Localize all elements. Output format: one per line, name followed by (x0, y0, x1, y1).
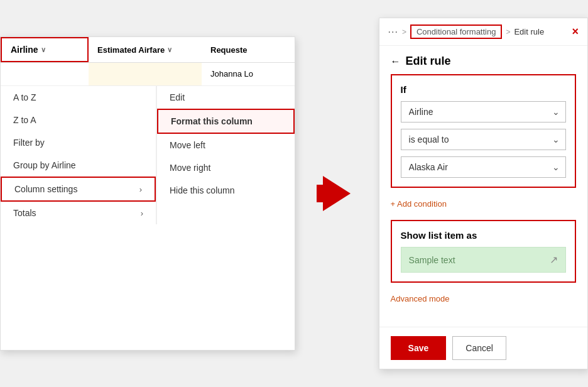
right-column-menu: Edit Format this column Move left Move r… (156, 86, 295, 224)
save-button[interactable]: Save (391, 336, 447, 360)
if-label: If (401, 84, 566, 95)
menu-item-column-settings[interactable]: Column settings › (1, 177, 156, 202)
airfare-chevron-icon: ∨ (167, 46, 172, 54)
right-arrow-icon (323, 176, 351, 211)
submenu-label-format-column: Format this column (171, 116, 253, 126)
edit-rule-panel: ··· > Conditional formatting > Edit rule… (379, 18, 588, 369)
menu-item-a-to-z[interactable]: A to Z (1, 86, 156, 109)
menu-item-group-by-airline[interactable]: Group by Airline (1, 154, 156, 177)
breadcrumb-edit-rule: Edit rule (514, 27, 544, 36)
edit-icon[interactable]: ↗ (550, 254, 558, 266)
context-menu-panel: Airline ∨ Estimated Airfare ∨ Requeste J… (0, 36, 295, 351)
submenu-label-edit: Edit (170, 92, 185, 102)
left-column-menu: A to Z Z to A Filter by Group by Airline… (1, 86, 156, 224)
column-settings-chevron-icon: › (139, 185, 142, 194)
airline-dropdown[interactable]: Airline Requester Department (401, 101, 566, 123)
menu-label-totals: Totals (13, 208, 36, 218)
submenu-label-move-left: Move left (170, 140, 205, 150)
advanced-mode-link[interactable]: Advanced mode (391, 292, 576, 306)
condition-dropdown-wrapper: is equal to is not equal to contains doe… (401, 129, 566, 150)
sample-text-box[interactable]: Sample text ↗ (401, 247, 566, 273)
arrow-container (320, 176, 354, 211)
show-label: Show list item as (401, 230, 566, 241)
menu-label-z-to-a: Z to A (13, 115, 36, 125)
airfare-cell (89, 63, 202, 85)
airfare-column-header[interactable]: Estimated Airfare ∨ (89, 37, 202, 62)
menu-label-filter-by: Filter by (13, 138, 45, 148)
requested-header-label: Requeste (210, 45, 248, 55)
menu-label-column-settings: Column settings (14, 184, 77, 194)
totals-chevron-icon: › (141, 209, 143, 218)
dots-icon: ··· (388, 26, 398, 38)
menu-label-a-to-z: A to Z (13, 92, 36, 102)
panel-title: ← Edit rule (379, 46, 587, 74)
submenu-label-move-right: Move right (170, 163, 210, 173)
if-section: If Airline Requester Department is equal… (391, 74, 576, 188)
condition-dropdown[interactable]: is equal to is not equal to contains doe… (401, 129, 566, 150)
sample-text: Sample text (409, 255, 455, 265)
requested-cell: Johanna Lo (202, 63, 262, 85)
submenu-item-move-right[interactable]: Move right (157, 156, 295, 179)
breadcrumb: ··· > Conditional formatting > Edit rule (388, 25, 545, 39)
panel-body: If Airline Requester Department is equal… (379, 74, 587, 327)
menu-item-filter-by[interactable]: Filter by (1, 131, 156, 154)
submenu-label-hide-column: Hide this column (170, 185, 235, 195)
show-section: Show list item as Sample text ↗ (391, 220, 576, 283)
submenu-item-move-left[interactable]: Move left (157, 134, 295, 156)
value-dropdown-wrapper: Alaska Air Delta United Southwest (401, 156, 566, 178)
back-arrow-icon[interactable]: ← (391, 56, 401, 67)
airline-header-label: Airline (11, 45, 38, 55)
airfare-header-label: Estimated Airfare (97, 45, 165, 55)
menu-item-totals[interactable]: Totals › (1, 202, 156, 224)
breadcrumb-sep-1: > (402, 28, 406, 36)
submenu-item-format-column[interactable]: Format this column (157, 109, 295, 134)
table-header: Airline ∨ Estimated Airfare ∨ Requeste (1, 37, 295, 63)
panel-topbar: ··· > Conditional formatting > Edit rule… (379, 18, 587, 46)
panel-footer: Save Cancel (379, 327, 587, 369)
edit-rule-title: Edit rule (406, 55, 451, 68)
airline-chevron-icon: ∨ (41, 46, 46, 54)
breadcrumb-sep-2: > (506, 28, 510, 36)
context-menus: A to Z Z to A Filter by Group by Airline… (1, 86, 295, 224)
airline-column-header[interactable]: Airline ∨ (1, 37, 89, 62)
data-row: Johanna Lo (1, 63, 295, 86)
menu-item-z-to-a[interactable]: Z to A (1, 109, 156, 131)
airline-cell (1, 63, 89, 85)
submenu-item-hide-column[interactable]: Hide this column (157, 179, 295, 202)
breadcrumb-conditional[interactable]: Conditional formatting (410, 25, 502, 39)
add-condition-button[interactable]: + Add condition (391, 197, 576, 211)
airline-dropdown-wrapper: Airline Requester Department (401, 101, 566, 123)
cancel-button[interactable]: Cancel (452, 336, 506, 360)
value-dropdown[interactable]: Alaska Air Delta United Southwest (401, 156, 566, 178)
close-button[interactable]: × (572, 25, 579, 38)
submenu-item-edit[interactable]: Edit (157, 86, 295, 109)
requested-column-header: Requeste (202, 37, 256, 62)
menu-label-group-by-airline: Group by Airline (13, 160, 76, 170)
